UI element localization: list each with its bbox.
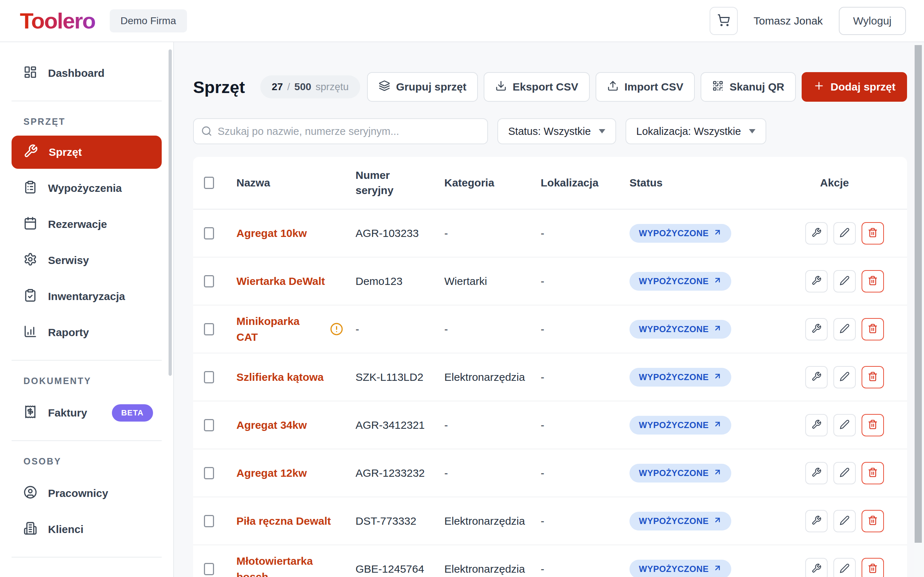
table-row: Wiertarka DeWalt Demo123 Wiertarki - WYP… [193,258,907,305]
service-button[interactable] [805,270,828,292]
row-checkbox[interactable] [204,323,214,335]
divider [11,360,162,361]
sidebar-item-pracownicy[interactable]: Pracownicy [0,475,173,511]
delete-button[interactable] [861,414,884,436]
arrow-up-right-icon [713,420,722,430]
delete-button[interactable] [861,270,884,292]
location: - [530,419,619,431]
group-equipment-button[interactable]: Grupuj sprzęt [367,72,478,102]
edit-button[interactable] [834,222,856,245]
equipment-name-link[interactable]: Agregat 10kw [236,226,307,241]
service-button[interactable] [805,510,828,532]
sidebar-item-rezerwacje[interactable]: Rezerwacje [0,206,173,242]
equipment-name-link[interactable]: Minikoparka CAT [236,313,321,345]
service-button[interactable] [805,318,828,340]
dropdown-label: Status: Wszystkie [508,126,591,137]
sidebar-item-serwisy[interactable]: Serwisy [0,242,173,279]
equipment-name-link[interactable]: Szlifierka kątowa [236,369,324,385]
main-scrollbar-track[interactable] [914,43,924,577]
count-current: 27 [272,81,283,93]
service-button[interactable] [805,222,828,245]
service-button[interactable] [805,462,828,484]
edit-button[interactable] [834,510,856,532]
sidebar-item-dashboard[interactable]: Dashboard [0,55,173,91]
cart-button[interactable] [709,7,738,35]
logout-button[interactable]: Wyloguj [839,7,906,35]
pencil-icon [840,371,850,383]
status-badge[interactable]: WYPOŻYCZONE [630,272,731,291]
row-checkbox[interactable] [204,515,214,527]
status-badge[interactable]: WYPOŻYCZONE [630,224,731,243]
button-label: Eksport CSV [512,81,578,93]
arrow-up-right-icon [713,228,722,239]
scan-qr-button[interactable]: Skanuj QR [701,72,796,102]
row-checkbox[interactable] [204,467,214,479]
add-equipment-button[interactable]: Dodaj sprzęt [802,72,907,102]
delete-button[interactable] [861,366,884,388]
row-checkbox[interactable] [204,419,214,431]
main-scrollbar-thumb[interactable] [914,45,922,543]
delete-button[interactable] [861,510,884,532]
warning-icon [330,322,343,336]
export-csv-button[interactable]: Eksport CSV [484,72,590,102]
category: Elektronarzędzia [433,563,530,575]
edit-button[interactable] [834,558,856,577]
service-button[interactable] [805,366,828,388]
delete-button[interactable] [861,222,884,245]
service-button[interactable] [805,414,828,436]
row-checkbox[interactable] [204,563,214,575]
sidebar-item-label: Rezerwacje [48,218,107,230]
row-checkbox[interactable] [204,227,214,239]
equipment-name-link[interactable]: Wiertarka DeWalt [236,273,325,289]
main-content: Sprzęt 27 / 500 sprzętu Grupuj sprzęt Ek… [174,42,924,577]
status-filter-dropdown[interactable]: Status: Wszystkie [498,118,616,144]
sidebar-item-sprzet[interactable]: Sprzęt [11,135,162,169]
dashboard-icon [23,65,37,82]
status-badge[interactable]: WYPOŻYCZONE [630,560,731,577]
edit-button[interactable] [834,318,856,340]
category: - [433,419,530,431]
serial-number: GBE-1245764 [345,563,433,575]
edit-button[interactable] [834,414,856,436]
status-badge[interactable]: WYPOŻYCZONE [630,464,731,482]
sidebar-item-klienci[interactable]: Klienci [0,511,173,548]
equipment-name-link[interactable]: Agregat 12kw [236,465,307,481]
chevron-down-icon [749,129,756,134]
status-badge[interactable]: WYPOŻYCZONE [630,368,731,387]
sidebar-item-wypozyczenia[interactable]: Wypożyczenia [0,170,173,206]
cart-icon [717,14,730,28]
qr-code-icon [712,80,724,94]
search-input[interactable] [193,118,488,144]
location-filter-dropdown[interactable]: Lokalizacja: Wszystkie [625,118,766,144]
delete-button[interactable] [861,318,884,340]
sidebar-item-faktury[interactable]: Faktury BETA [0,395,173,431]
delete-button[interactable] [861,558,884,577]
location: - [530,371,619,384]
equipment-name-link[interactable]: Młotowiertarka bosch [236,553,343,577]
row-checkbox[interactable] [204,275,214,287]
equipment-name-link[interactable]: Piła ręczna Dewalt [236,513,331,529]
status-badge[interactable]: WYPOŻYCZONE [630,320,731,338]
location: - [530,467,619,479]
status-badge[interactable]: WYPOŻYCZONE [630,416,731,435]
status-badge[interactable]: WYPOŻYCZONE [630,512,731,530]
pencil-icon [840,515,850,527]
trash-icon [868,419,878,430]
select-all-checkbox[interactable] [204,177,214,189]
edit-button[interactable] [834,270,856,292]
status-label: WYPOŻYCZONE [639,324,709,334]
sidebar-item-inwentaryzacja[interactable]: Inwentaryzacja [0,279,173,314]
equipment-name-link[interactable]: Agregat 34kw [236,417,307,433]
service-button[interactable] [805,558,828,577]
import-csv-button[interactable]: Import CSV [596,72,695,102]
edit-button[interactable] [834,462,856,484]
trash-icon [868,563,878,574]
table-row: Młotowiertarka bosch GBE-1245764 Elektro… [193,545,907,577]
serial-number: - [345,323,433,335]
dropdown-label: Lokalizacja: Wszystkie [636,126,741,137]
sidebar-scrollbar[interactable] [168,49,172,376]
row-checkbox[interactable] [204,371,214,384]
delete-button[interactable] [861,462,884,484]
sidebar-item-raporty[interactable]: Raporty [0,314,173,351]
edit-button[interactable] [834,366,856,388]
